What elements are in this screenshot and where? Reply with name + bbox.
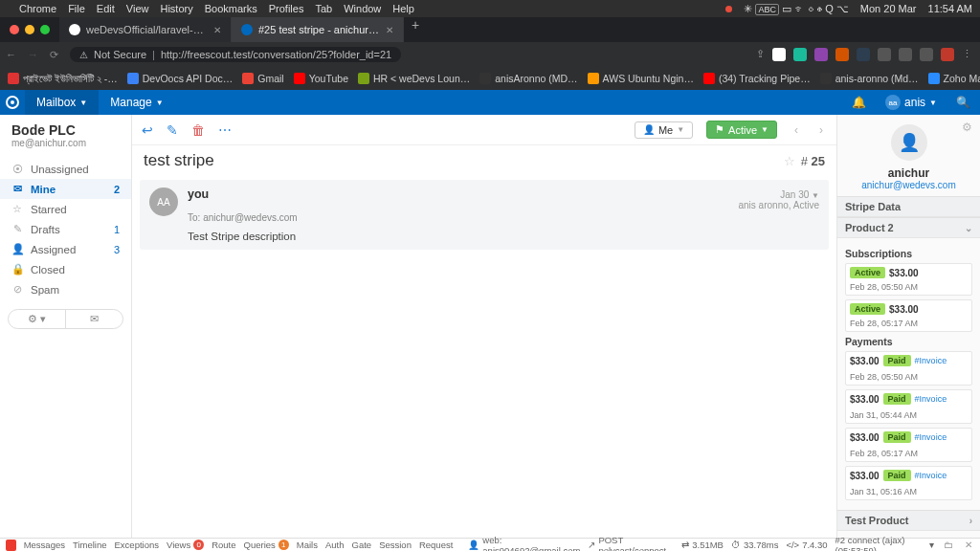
delete-icon[interactable]: 🗑 [191,122,205,138]
bookmark[interactable]: HR < weDevs Loun… [358,73,470,84]
window-controls[interactable] [0,25,59,34]
ext-icon[interactable] [835,48,849,61]
ext-icon[interactable] [857,48,870,61]
browser-tab[interactable]: weDevsOfficial/laravel-cashier… ✕ [59,17,232,42]
sidebar-item-assigned[interactable]: 👤Assigned3 [0,239,131,259]
dbg-close-icon[interactable]: ✕ [963,540,974,550]
sidebar-item-drafts[interactable]: ✎Drafts1 [0,219,131,239]
new-tab-button[interactable]: + [404,17,427,42]
invoice-link[interactable]: #Invoice [915,356,947,365]
app-logo[interactable] [0,90,25,115]
dbg-messages[interactable]: Messages [24,540,65,550]
gear-icon[interactable]: ⚙ [962,121,972,134]
mac-menu-profiles[interactable]: Profiles [269,3,304,14]
bookmark[interactable]: anis-aronno (Md… [820,73,919,84]
sidebar-item-spam[interactable]: ⊘Spam [0,279,131,299]
dbg-connection[interactable]: #2 connect (ajax) (05:53:59) ▾ [835,535,934,552]
mailbox-dropdown[interactable]: Mailbox▼ [25,90,99,115]
sidebar-item-unassigned[interactable]: ⦿Unassigned [0,160,131,179]
browser-tab[interactable]: #25 test stripe - anichur@we… ✕ [232,17,404,42]
sidebar-item-mine[interactable]: ✉Mine2 [0,179,131,199]
share-icon[interactable]: ⇪ [756,48,765,61]
freescout-icon [241,24,253,35]
compose-icon[interactable]: ✉ [66,310,122,328]
mac-menu-window[interactable]: Window [344,3,381,14]
dbg-folder-icon[interactable]: 🗀 [942,540,955,550]
bookmark[interactable]: AWS Ubuntu Ngin… [588,73,694,84]
product-expand[interactable]: Test Product› [837,510,980,531]
sidebar-item-starred[interactable]: ☆Starred [0,199,131,219]
product-expand[interactable]: Product 2⌄ [837,217,980,238]
status-dropdown[interactable]: ⚑Active▼ [706,121,777,139]
dbg-queries[interactable]: Queries 1 [244,540,289,550]
ext-icon[interactable] [878,48,891,61]
dbg-session[interactable]: Session [379,540,412,550]
back-button[interactable]: ← [0,49,22,60]
dbg-timeline[interactable]: Timeline [73,540,107,550]
star-icon[interactable]: ☆ [784,154,795,168]
dbg-route[interactable]: Route [212,540,235,550]
address-bar[interactable]: ⚠ Not Secure | http://freescout.test/con… [70,47,401,62]
ext-icon[interactable] [772,48,786,61]
tab-close-icon[interactable]: ✕ [386,25,393,35]
dbg-gate[interactable]: Gate [352,540,372,550]
ext-icon[interactable] [899,48,912,61]
search-icon[interactable]: 🔍 [947,96,980,109]
debug-bar[interactable]: Messages Timeline Exceptions Views 0 Rou… [0,538,980,551]
chevron-down-icon[interactable]: ▼ [812,191,819,200]
dbg-exceptions[interactable]: Exceptions [115,540,159,550]
dbg-request[interactable]: Request [419,540,453,550]
ext-icon[interactable] [920,48,933,61]
bookmark[interactable]: প্রাইভেট ইউনিভার্সিটি ২ -… [8,73,118,85]
extension-icons[interactable]: ⇪ ⋮ [756,48,980,61]
more-icon[interactable]: ⋯ [218,122,232,138]
bookmark[interactable]: (34) Tracking Pipe… [703,73,811,84]
window-close-icon[interactable] [10,25,19,34]
settings-icon[interactable]: ⚙ ▾ [9,310,66,328]
mac-menu-tab[interactable]: Tab [315,3,332,14]
sidebar-item-closed[interactable]: 🔒Closed [0,259,131,279]
payments-header: Payments [845,336,972,347]
reply-icon[interactable]: ↩ [142,122,153,138]
overflow-icon[interactable]: ⋮ [962,48,972,61]
bookmark[interactable]: Gmail [242,73,283,84]
invoice-link[interactable]: #Invoice [915,471,947,480]
mac-date: Mon 20 Mar [860,3,917,14]
mac-menu-history[interactable]: History [160,3,192,14]
invoice-link[interactable]: #Invoice [915,432,947,442]
ext-icon[interactable] [793,48,807,61]
dbg-request-method[interactable]: ↗ POST polycast/connect [588,535,674,552]
bookmark[interactable]: anisAronno (MD… [479,73,577,84]
mac-menu-view[interactable]: View [126,3,149,14]
mac-menu-bookmarks[interactable]: Bookmarks [205,3,257,14]
mac-menu-edit[interactable]: Edit [97,3,115,14]
dbg-mails[interactable]: Mails [297,540,318,550]
next-conversation-icon[interactable]: › [815,123,827,137]
window-zoom-icon[interactable] [40,25,50,34]
dbg-auth[interactable]: Auth [325,540,345,550]
prev-conversation-icon[interactable]: ‹ [791,123,802,137]
manage-dropdown[interactable]: Manage▼ [99,90,174,115]
ext-icon[interactable] [941,48,954,61]
window-minimize-icon[interactable] [25,25,34,34]
tab-close-icon[interactable]: ✕ [213,25,221,35]
user-menu[interactable]: aaanis▼ [876,95,947,110]
notifications-icon[interactable]: 🔔 [842,96,876,109]
debugbar-icon[interactable] [6,540,16,551]
mac-status-icons: ✳︎ ABC ▭ ᯤ ⊙ ⊕ Q ⌥ [744,3,848,15]
invoice-link[interactable]: #Invoice [915,394,947,404]
assignee-dropdown[interactable]: 👤Me▼ [635,121,693,139]
reload-button[interactable]: ⟳ [44,49,64,61]
bookmark[interactable]: YouTube [294,73,348,84]
note-icon[interactable]: ✎ [167,122,178,138]
mac-menu-help[interactable]: Help [392,3,414,14]
ext-icon[interactable] [814,48,828,61]
dbg-web[interactable]: 👤 web: anis904692@gmail.com [468,535,580,552]
mac-menu-file[interactable]: File [68,3,85,14]
customer-email[interactable]: anichur@wedevs.com [845,180,972,190]
bookmark[interactable]: Zoho Mail (contac… [928,73,980,84]
dbg-views[interactable]: Views 0 [167,540,204,550]
forward-button[interactable]: → [22,49,44,60]
bookmark[interactable]: DevOocs API Doc… [127,73,234,84]
mac-menu-chrome[interactable]: Chrome [19,3,56,14]
